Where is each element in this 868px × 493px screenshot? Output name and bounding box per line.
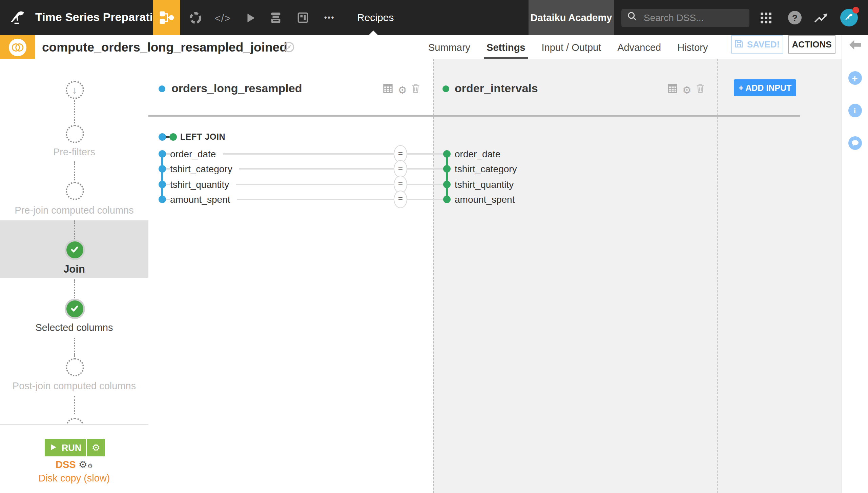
run-button[interactable]: RUN bbox=[45, 439, 86, 456]
step-connector bbox=[74, 338, 75, 357]
panel-divider-dashed-left bbox=[433, 59, 433, 493]
trash-icon[interactable] bbox=[412, 83, 420, 96]
pre-join-step-icon[interactable] bbox=[65, 181, 84, 200]
right-columns-spine bbox=[446, 154, 448, 199]
table-icon[interactable] bbox=[383, 83, 393, 96]
join-connector-line bbox=[407, 153, 444, 154]
navigate-flow-icon[interactable] bbox=[283, 41, 295, 56]
sidebar-step-pre-join-computed-columns[interactable]: Pre-join computed columns bbox=[0, 204, 148, 216]
dataiku-logo-icon[interactable] bbox=[5, 0, 30, 35]
gear-icon[interactable]: ⚙ bbox=[398, 85, 407, 95]
left-columns-spine bbox=[161, 154, 163, 199]
actions-button[interactable]: ACTIONS bbox=[788, 35, 835, 54]
search-icon bbox=[627, 12, 637, 24]
tab-history[interactable]: History bbox=[669, 35, 716, 59]
right-dataset-dot bbox=[442, 85, 449, 92]
left-column-label: order_date bbox=[170, 147, 223, 160]
flow-icon[interactable] bbox=[153, 0, 180, 35]
step-connector bbox=[74, 100, 75, 123]
join-type-left-dot bbox=[158, 133, 166, 140]
apps-grid-icon[interactable] bbox=[756, 0, 775, 35]
left-dataset-title[interactable]: orders_long_resampled bbox=[171, 81, 302, 96]
recipe-steps-sidebar: ↓ Pre-filters Pre-join computed columns … bbox=[0, 59, 149, 493]
right-column-label: tshirt_quantity bbox=[455, 178, 514, 190]
left-column-dot bbox=[158, 165, 166, 173]
add-input-button[interactable]: + ADD INPUT bbox=[734, 79, 796, 96]
right-dataset-actions: ⚙ bbox=[667, 83, 705, 96]
header-tabs: Summary Settings Input / Output Advanced… bbox=[420, 35, 716, 59]
step-connector bbox=[74, 161, 75, 180]
dashboards-icon[interactable] bbox=[293, 0, 312, 35]
academy-button[interactable]: Dataiku Academy bbox=[529, 0, 614, 35]
left-column-label: tshirt_category bbox=[170, 163, 239, 175]
engine-gears-icon: ⚙⚙ bbox=[79, 459, 93, 470]
top-navbar: Time Series Preparation </> ••• Recipes … bbox=[0, 0, 868, 35]
nav-section-label[interactable]: Recipes bbox=[353, 0, 398, 35]
right-column-dot bbox=[443, 196, 451, 203]
left-column-dot bbox=[158, 196, 166, 203]
join-type-right-dot bbox=[169, 133, 177, 140]
left-column-dot bbox=[158, 150, 166, 157]
engine-selector[interactable]: DSS ⚙⚙ bbox=[0, 459, 148, 470]
step-connector bbox=[74, 396, 75, 414]
sidebar-step-post-join-computed-columns[interactable]: Post-join computed columns bbox=[0, 380, 148, 392]
tab-advanced[interactable]: Advanced bbox=[609, 35, 669, 59]
table-icon[interactable] bbox=[667, 83, 678, 96]
right-column-label: order_date bbox=[455, 147, 500, 160]
page-title: compute_orders_long_resampled_joined bbox=[42, 35, 287, 59]
tab-summary[interactable]: Summary bbox=[420, 35, 478, 59]
collapse-back-icon[interactable] bbox=[848, 39, 862, 53]
join-connector-line bbox=[407, 168, 444, 170]
run-footer: RUN ⚙ DSS ⚙⚙ Disk copy (slow) bbox=[0, 424, 148, 493]
pre-filters-step-icon[interactable] bbox=[65, 124, 84, 143]
search-bar[interactable] bbox=[621, 8, 749, 27]
join-connector-line bbox=[407, 199, 444, 200]
title-row-divider bbox=[148, 115, 800, 117]
trash-icon[interactable] bbox=[696, 83, 705, 96]
project-title[interactable]: Time Series Preparation bbox=[35, 0, 167, 35]
right-dataset-title[interactable]: order_intervals bbox=[455, 81, 538, 96]
add-floating-button[interactable]: + bbox=[848, 71, 862, 85]
tab-settings[interactable]: Settings bbox=[478, 35, 533, 59]
tab-input-output[interactable]: Input / Output bbox=[534, 35, 609, 59]
help-icon[interactable]: ? bbox=[788, 11, 802, 24]
left-dataset-actions: ⚙ bbox=[383, 83, 420, 96]
sidebar-step-join[interactable]: Join bbox=[0, 263, 148, 275]
left-dataset-dot bbox=[159, 85, 165, 92]
activity-icon[interactable] bbox=[811, 0, 831, 35]
join-type-label[interactable]: LEFT JOIN bbox=[180, 131, 225, 142]
chat-floating-button[interactable] bbox=[848, 136, 862, 150]
code-icon[interactable]: </> bbox=[211, 0, 235, 35]
run-settings-gear-icon[interactable]: ⚙ bbox=[87, 439, 105, 456]
play-icon[interactable] bbox=[241, 0, 260, 35]
sidebar-step-pre-filters[interactable]: Pre-filters bbox=[0, 146, 148, 158]
panel-divider-dashed-right bbox=[717, 59, 717, 493]
selected-columns-check-icon[interactable] bbox=[66, 300, 83, 317]
sidebar-step-selected-columns[interactable]: Selected columns bbox=[0, 321, 148, 334]
join-settings-panel: orders_long_resampled ⚙ order_intervals … bbox=[148, 59, 841, 493]
search-input[interactable] bbox=[642, 12, 740, 24]
left-column-label: amount_spent bbox=[170, 193, 237, 205]
right-column-dot bbox=[443, 165, 451, 173]
post-join-step-icon[interactable] bbox=[65, 358, 84, 376]
more-menu-icon[interactable]: ••• bbox=[319, 0, 339, 35]
gear-icon[interactable]: ⚙ bbox=[682, 85, 691, 95]
step-connector bbox=[74, 279, 75, 298]
info-floating-button[interactable]: i bbox=[848, 104, 862, 117]
step-connector bbox=[74, 220, 75, 239]
notification-dot bbox=[852, 7, 859, 14]
right-column-dot bbox=[443, 150, 451, 157]
join-recipe-icon bbox=[0, 35, 35, 59]
engine-note[interactable]: Disk copy (slow) bbox=[0, 473, 148, 484]
right-column-dot bbox=[443, 180, 451, 188]
join-step-check-icon[interactable] bbox=[66, 241, 83, 258]
right-column-label: amount_spent bbox=[455, 193, 515, 205]
dss-join-recipe-page: Time Series Preparation </> ••• Recipes … bbox=[0, 0, 868, 493]
jobs-icon[interactable] bbox=[266, 0, 285, 35]
left-column-dot bbox=[158, 180, 166, 188]
lab-icon[interactable] bbox=[184, 0, 206, 35]
join-connector-line bbox=[407, 183, 444, 185]
saved-button[interactable]: SAVED! bbox=[731, 35, 783, 54]
equals-condition[interactable]: = bbox=[394, 191, 407, 208]
input-step-icon[interactable]: ↓ bbox=[65, 80, 84, 99]
